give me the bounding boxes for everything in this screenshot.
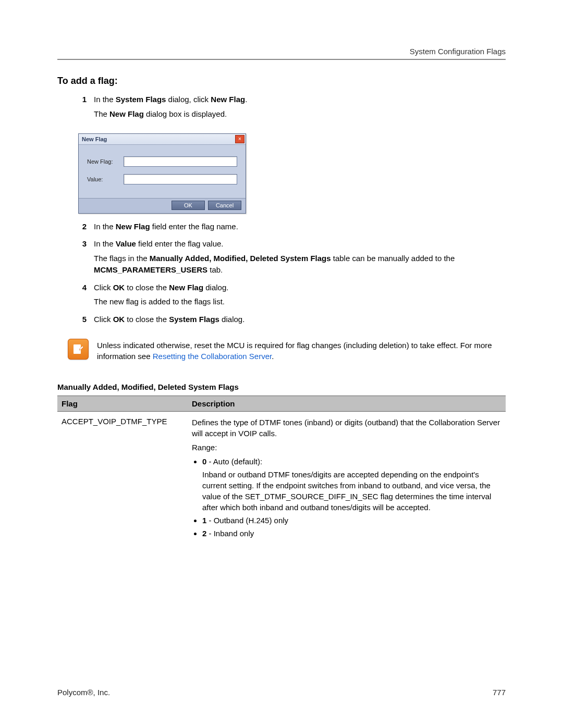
list-item: 0 - Auto (default): Inband or outband DT…	[202, 456, 501, 513]
step-body: Click OK to close the System Flags dialo…	[94, 314, 506, 328]
text: In the	[94, 95, 116, 104]
text: dialog.	[203, 283, 228, 292]
note-block: Unless indicated otherwise, reset the MC…	[68, 339, 506, 362]
step-body: In the System Flags dialog, click New Fl…	[94, 94, 506, 123]
row-value: Value:	[87, 174, 237, 184]
table-title: Manually Added, Modified, Deleted System…	[57, 382, 506, 391]
text: In the	[94, 222, 116, 231]
text-bold: MCMS_PARAMETERS_USERS	[94, 265, 207, 274]
text: tab.	[207, 265, 223, 274]
col-desc-header: Description	[188, 396, 506, 411]
text: The new flag is added to the flags list.	[94, 296, 506, 307]
footer-right: 777	[493, 688, 506, 697]
list-item: 1 - Outband (H.245) only	[202, 515, 501, 526]
text: Inband or outband DTMF tones/digits are …	[202, 469, 501, 513]
text: The flags in the	[94, 254, 150, 263]
step-number: 5	[73, 314, 94, 328]
text-bold: System Flags	[169, 315, 219, 324]
footer-left: Polycom®, Inc.	[57, 688, 110, 697]
section-title: To add a flag:	[57, 76, 506, 87]
step-number: 4	[73, 282, 94, 311]
text: to close the	[125, 315, 169, 324]
table-row: ACCEPT_VOIP_DTMF_TYPE Defines the type o…	[57, 411, 506, 545]
text: Defines the type of DTMF tones (inband) …	[192, 417, 501, 439]
step-5: 5 Click OK to close the System Flags dia…	[73, 314, 506, 328]
label-value: Value:	[87, 176, 124, 182]
document-page: System Configuration Flags To add a flag…	[0, 0, 563, 728]
running-header: System Configuration Flags	[57, 47, 506, 56]
step-number: 3	[73, 238, 94, 278]
cancel-button[interactable]: Cancel	[208, 201, 241, 210]
text-bold: Manually Added, Modified, Deleted System…	[150, 254, 331, 263]
text: table can be manually added to the	[331, 254, 455, 263]
text: .	[272, 352, 274, 361]
step-number: 1	[73, 94, 94, 123]
input-new-flag[interactable]	[124, 156, 237, 167]
step-body: Click OK to close the New Flag dialog. T…	[94, 282, 506, 311]
close-button[interactable]: ×	[235, 135, 244, 143]
note-icon	[68, 339, 89, 360]
step-body: In the New Flag field enter the flag nam…	[94, 221, 506, 236]
list-item: 2 - Inband only	[202, 528, 501, 539]
dialog-title: New Flag	[82, 136, 235, 142]
text-bold: New Flag	[169, 283, 203, 292]
text-bold: OK	[113, 283, 125, 292]
dialog-buttons: OK Cancel	[79, 198, 246, 213]
step-number: 2	[73, 221, 94, 236]
text-bold: OK	[113, 315, 125, 324]
text: field enter the flag value.	[136, 239, 224, 248]
text-bold: New Flag	[116, 222, 150, 231]
range-list: 0 - Auto (default): Inband or outband DT…	[192, 456, 501, 539]
text: In the	[94, 239, 116, 248]
text: dialog box is displayed.	[144, 109, 227, 118]
note-link[interactable]: Resetting the Collaboration Server	[153, 352, 272, 361]
steps-list-cont: 2 In the New Flag field enter the flag n…	[73, 221, 506, 328]
text-bold: System Flags	[116, 95, 166, 104]
dialog-screenshot: New Flag × New Flag: Value: OK Cancel	[78, 133, 506, 214]
text: dialog.	[219, 315, 244, 324]
ok-button[interactable]: OK	[172, 201, 205, 210]
step-4: 4 Click OK to close the New Flag dialog.…	[73, 282, 506, 311]
text: - Outband (H.245) only	[206, 516, 288, 525]
text: field enter the flag name.	[150, 222, 238, 231]
text: Click	[94, 315, 113, 324]
dialog-body: New Flag: Value:	[79, 145, 246, 198]
step-1: 1 In the System Flags dialog, click New …	[73, 94, 506, 123]
text-bold: New Flag	[109, 109, 144, 118]
input-value[interactable]	[124, 174, 237, 184]
label-new-flag: New Flag:	[87, 158, 124, 165]
text: Range:	[192, 442, 501, 453]
table-header-row: Flag Description	[57, 396, 506, 411]
text: - Inband only	[206, 529, 254, 538]
dialog-titlebar: New Flag ×	[79, 134, 246, 145]
new-flag-dialog: New Flag × New Flag: Value: OK Cancel	[78, 133, 246, 214]
text: .	[245, 95, 247, 104]
col-flag-header: Flag	[57, 396, 188, 411]
step-3: 3 In the Value field enter the flag valu…	[73, 238, 506, 278]
text-bold: Value	[116, 239, 136, 248]
cell-description: Defines the type of DTMF tones (inband) …	[188, 411, 506, 545]
row-new-flag: New Flag:	[87, 156, 237, 167]
text: Click	[94, 283, 113, 292]
text: The	[94, 109, 109, 118]
pencil-note-icon	[72, 343, 84, 355]
step-body: In the Value field enter the flag value.…	[94, 238, 506, 278]
text: - Auto (default):	[206, 457, 262, 466]
header-rule	[57, 59, 506, 60]
flags-table: Flag Description ACCEPT_VOIP_DTMF_TYPE D…	[57, 396, 506, 545]
page-footer: Polycom®, Inc. 777	[57, 688, 506, 697]
steps-list: 1 In the System Flags dialog, click New …	[73, 94, 506, 123]
text-bold: New Flag	[211, 95, 245, 104]
note-text: Unless indicated otherwise, reset the MC…	[97, 339, 506, 362]
cell-flag: ACCEPT_VOIP_DTMF_TYPE	[57, 411, 188, 545]
step-2: 2 In the New Flag field enter the flag n…	[73, 221, 506, 236]
text: dialog, click	[166, 95, 211, 104]
text: to close the	[125, 283, 169, 292]
